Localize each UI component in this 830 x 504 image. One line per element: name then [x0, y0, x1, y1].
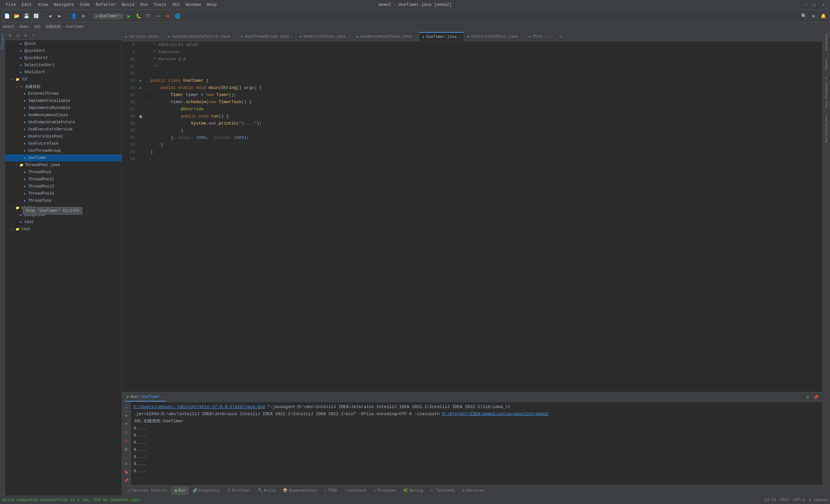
status-build-message[interactable]: Build completed successfully in 1 sec, 3…: [3, 498, 140, 502]
tree-item-package-create-thread[interactable]: ▾ ⬡ 创建线程: [5, 83, 122, 90]
tool-tab-build[interactable]: 🔨 Build: [255, 486, 279, 495]
menu-window[interactable]: Window: [183, 2, 203, 8]
tab-close[interactable]: ✕: [348, 35, 350, 39]
project-panel-label[interactable]: Project: [0, 32, 5, 50]
java-exe-link[interactable]: C:\Users\Lenovo\.jdks\corretto-17.0.4.1\…: [134, 404, 265, 411]
tab-close[interactable]: ✕: [291, 35, 293, 39]
menu-code[interactable]: Code: [77, 2, 92, 8]
run-config-dropdown[interactable]: ▶ UseTimer ▾: [93, 13, 124, 19]
tab-useanonymousclass[interactable]: ● UseAnonymousClass.java ✕: [353, 32, 419, 41]
new-file-button[interactable]: 📄: [3, 12, 11, 21]
ide-settings-button[interactable]: ⚙: [809, 12, 818, 21]
translate-button[interactable]: 🌐: [173, 12, 182, 21]
menu-run[interactable]: Run: [138, 2, 151, 8]
tool-tab-dependencies[interactable]: 📦 Dependencies: [280, 486, 320, 495]
tool-tab-luacheck[interactable]: ⚡ LuaCheck: [341, 486, 370, 495]
tool-tab-run[interactable]: Run: [171, 486, 189, 495]
scroll-up-button[interactable]: ▲: [123, 412, 130, 419]
run-more-button[interactable]: ⋯: [154, 12, 162, 21]
tree-item-usethreadgroup[interactable]: ● UseThreadGroup: [5, 147, 122, 154]
tab-close[interactable]: ✕: [551, 35, 553, 39]
save-button[interactable]: 💾: [22, 12, 30, 21]
tool-tab-services[interactable]: ⚙ Services: [459, 486, 488, 495]
tree-settings[interactable]: ⚙: [22, 32, 29, 39]
status-position[interactable]: 13:24: [765, 498, 776, 502]
sync-button[interactable]: 🔄: [32, 12, 40, 21]
pin-button[interactable]: 📌: [123, 477, 130, 484]
status-line-sep[interactable]: CRLF: [780, 498, 790, 502]
tool-tab-endpoints[interactable]: 🔗 Endpoints: [189, 486, 223, 495]
tab-usethreadgroup[interactable]: ● UseThreadGroup.java ✕: [238, 32, 297, 41]
breadcrumb-demo[interactable]: demo: [19, 25, 29, 29]
run-settings-button[interactable]: ⚙: [804, 394, 811, 401]
right-icon-key-promoter[interactable]: Key Promoter X: [824, 76, 829, 108]
right-icon-notifications[interactable]: Notifications: [824, 114, 829, 144]
tool-tab-spring[interactable]: 🌿 Spring: [400, 486, 426, 495]
tab-thread-more[interactable]: ● Thre... ✕: [525, 32, 556, 41]
tree-item-threadtask[interactable]: ● ThreadTask: [5, 197, 122, 204]
tab-service[interactable]: ● Service.java ✕: [122, 32, 164, 41]
tree-item-quicksort2[interactable]: ● QuickSort2: [5, 55, 122, 62]
run-stop-button2[interactable]: ■: [123, 437, 130, 444]
tree-item-usefuturetask[interactable]: ● UseFutureTask: [5, 140, 122, 147]
menu-view[interactable]: View: [35, 2, 50, 8]
tree-options[interactable]: ≡: [30, 32, 37, 39]
tool-tab-problems[interactable]: ⚠ Problems: [370, 486, 399, 495]
tab-usetimer[interactable]: ● UseTimer.java ✕: [419, 32, 464, 41]
tabs-overflow[interactable]: »: [556, 32, 564, 41]
menu-edit[interactable]: Edit: [19, 2, 34, 8]
run-tab-close[interactable]: ✕: [161, 395, 163, 399]
user-button[interactable]: 👤: [69, 12, 78, 21]
tree-collapse-all[interactable]: ⊟: [6, 32, 13, 39]
tree-locate-file[interactable]: ◎: [14, 32, 22, 39]
tab-close[interactable]: ✕: [232, 35, 234, 39]
breadcrumb-demo2[interactable]: demo2: [3, 25, 14, 29]
menu-navigate[interactable]: Navigate: [51, 2, 76, 8]
tab-useforkjoinpool[interactable]: ● UseForkJoinPool.java ✕: [464, 32, 525, 41]
layout-button[interactable]: ⊞: [123, 460, 130, 467]
tool-tab-version-control[interactable]: ⎇ Version Control: [123, 486, 170, 495]
status-indent[interactable]: 4 spaces: [808, 498, 827, 502]
scroll-down-button[interactable]: ▼: [123, 420, 130, 428]
tree-item-useforkjoinpool[interactable]: ● UseForkJoinPool: [5, 133, 122, 140]
tree-item-useanonymousclass[interactable]: ● UseAnonymousClass: [5, 112, 122, 119]
breadcrumb-juc[interactable]: JUC: [33, 25, 40, 29]
tree-item-shellsort[interactable]: ● ShellSort: [5, 69, 122, 76]
tab-close[interactable]: ✕: [159, 35, 161, 39]
tab-usefuturetask[interactable]: ● UseFutureTask.java ✕: [296, 32, 353, 41]
run-stop-button[interactable]: ■: [123, 429, 130, 436]
tree-item-test-folder[interactable]: ▷ 📁 test: [5, 226, 122, 233]
run-coverage-button[interactable]: 🛡: [144, 12, 153, 21]
tree-item-juc[interactable]: ▾ 📁 JUC: [5, 76, 122, 83]
close-button[interactable]: ✕: [820, 2, 827, 8]
tree-item-threadpool-folder[interactable]: ▾ 📁 ThreadPool.java: [5, 161, 122, 169]
menu-vcs[interactable]: VCS: [169, 2, 182, 8]
forward-button[interactable]: ▶: [56, 12, 64, 21]
tree-item-threadpool1[interactable]: ● ThreadPool: [5, 169, 122, 176]
code-editor[interactable]: 8 9 10 11 12 13 14 15 16 17 18 19 20 21 …: [122, 41, 822, 392]
breadcrumb-file[interactable]: UseTimer: [66, 25, 85, 29]
menu-tools[interactable]: Tools: [151, 2, 169, 8]
status-charset[interactable]: UTF-8: [793, 498, 805, 502]
run-button[interactable]: ▶: [125, 12, 133, 21]
run-pin-button[interactable]: 📌: [812, 394, 820, 401]
open-button[interactable]: 📂: [12, 12, 21, 21]
tool-tab-profiler[interactable]: ⏱ Profiler: [223, 486, 254, 495]
classpath-link[interactable]: D:\Project\IDEA\demo2\out\production\dem…: [442, 411, 549, 418]
notifications-button[interactable]: 🔔: [819, 12, 827, 21]
tree-item-threadpool3[interactable]: ● ThreadPool3: [5, 183, 122, 190]
tree-item-quick[interactable]: ● Quick: [5, 40, 122, 48]
maximize-button[interactable]: □: [811, 2, 818, 8]
tab-close[interactable]: ✕: [520, 35, 522, 39]
search-everywhere-button[interactable]: 🔍: [800, 12, 808, 21]
tab-close[interactable]: ✕: [414, 35, 416, 39]
tree-item-implementscallable[interactable]: ● ImplementsCallable: [5, 97, 122, 104]
code-content[interactable]: * 2023/11/11 10:07 * Function: * Version…: [149, 41, 822, 392]
menu-file[interactable]: File: [3, 2, 19, 8]
debug-button[interactable]: 🐛: [134, 12, 143, 21]
back-button[interactable]: ◀: [46, 12, 54, 21]
tree-item-quicksort[interactable]: ● QuickSort: [5, 48, 122, 55]
right-icon-maven[interactable]: Maven: [824, 57, 829, 71]
restart-button[interactable]: ↺: [123, 404, 130, 411]
tree-item-threadpool4[interactable]: ● ThreadPool4: [5, 190, 122, 197]
